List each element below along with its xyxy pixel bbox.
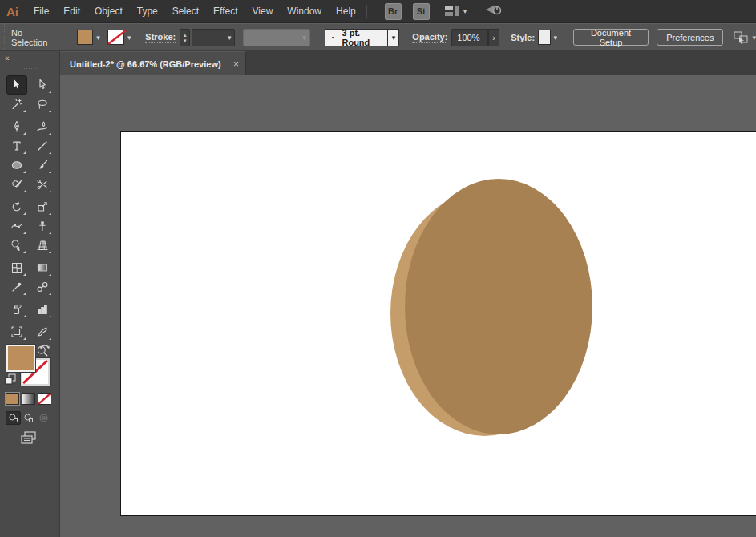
line-segment-icon (36, 139, 49, 152)
eyedropper-icon (10, 281, 23, 293)
stroke-weight-label[interactable]: Stroke: (145, 32, 176, 43)
app-logo-icon: Ai (0, 5, 26, 18)
draw-inside-button[interactable] (36, 411, 51, 425)
arrange-artboards-button[interactable]: ▾ (733, 30, 756, 45)
canvas-area[interactable] (60, 75, 756, 537)
rotate-tool[interactable] (6, 197, 27, 216)
selection-arrow-icon (10, 79, 23, 91)
puppet-warp-tool[interactable] (32, 216, 53, 236)
stepper-down-icon[interactable]: ▾ (184, 38, 187, 43)
stroke-weight-combobox[interactable]: ▾ (192, 29, 235, 46)
menu-type[interactable]: Type (130, 0, 165, 23)
eyedropper-tool[interactable] (6, 277, 27, 297)
shape-builder-tool[interactable] (6, 236, 27, 255)
control-bar-grip[interactable] (0, 24, 5, 50)
stock-button[interactable]: St (413, 3, 430, 20)
artboard[interactable] (120, 131, 756, 516)
rotate-icon (10, 200, 23, 213)
color-mode-button[interactable] (6, 393, 19, 405)
magic-wand-tool[interactable] (6, 95, 27, 114)
swap-fill-stroke-button[interactable] (38, 341, 51, 356)
menu-window[interactable]: Window (280, 0, 329, 23)
tools-panel-grip[interactable] (21, 67, 38, 71)
chevron-down-icon: ▾ (463, 7, 467, 15)
menu-select[interactable]: Select (165, 0, 206, 23)
menu-file[interactable]: File (26, 0, 56, 23)
scissors-tool[interactable] (32, 175, 53, 194)
lasso-icon (36, 98, 49, 111)
chevron-down-icon: ▾ (392, 34, 396, 42)
artboard-tool[interactable] (6, 322, 27, 341)
artboard-cursor-icon (733, 30, 749, 45)
mesh-tool[interactable] (6, 258, 27, 277)
shaper-icon (10, 178, 23, 191)
control-bar: No Selection ▾ ▾ Stroke: ▴ ▾ ▾ ▾ • 3 pt.… (0, 23, 756, 51)
curvature-icon (36, 120, 49, 133)
document-tab[interactable]: Untitled-2* @ 66.67% (RGB/Preview) × (60, 51, 246, 75)
gradient-tool[interactable] (32, 258, 53, 277)
gradient-icon (36, 261, 49, 274)
brush-preview-dot: • (332, 34, 334, 41)
none-mode-button[interactable] (38, 393, 51, 405)
chevron-down-icon: ▾ (127, 34, 131, 42)
ellipse-tool[interactable] (6, 155, 27, 175)
chevron-down-icon: ▾ (752, 34, 756, 42)
paintbrush-tool[interactable] (32, 155, 53, 175)
stepper-up-icon[interactable]: ▴ (184, 32, 187, 38)
fill-chevron-button[interactable]: ▾ (93, 30, 103, 45)
menu-help[interactable]: Help (329, 0, 363, 23)
scale-icon (36, 200, 49, 213)
lasso-tool[interactable] (32, 95, 53, 114)
pen-icon (10, 120, 23, 133)
change-screen-mode-button[interactable] (19, 430, 38, 449)
menu-object[interactable]: Object (87, 0, 130, 23)
document-setup-button[interactable]: Document Setup (573, 29, 649, 46)
opacity-arrow-button[interactable]: › (488, 29, 499, 46)
menu-effect[interactable]: Effect (206, 0, 245, 23)
default-fill-stroke-button[interactable] (5, 373, 16, 388)
brush-chevron-button[interactable]: ▾ (388, 29, 399, 46)
scale-tool[interactable] (32, 197, 53, 216)
draw-behind-button[interactable] (21, 411, 36, 425)
opacity-value: 100% (457, 33, 479, 42)
none-diagonal-icon (38, 393, 51, 405)
shaper-tool[interactable] (6, 175, 27, 194)
style-swatch[interactable] (538, 30, 551, 45)
direct-selection-tool[interactable] (32, 75, 53, 95)
menu-view[interactable]: View (245, 0, 281, 23)
collapse-panel-button[interactable]: « (5, 54, 9, 63)
fill-indicator[interactable] (6, 345, 35, 372)
line-segment-tool[interactable] (32, 136, 53, 155)
pen-tool[interactable] (6, 117, 27, 136)
brush-definition-combobox[interactable]: • 3 pt. Round (325, 29, 389, 46)
workspace-switcher[interactable]: ▾ (444, 6, 467, 17)
menu-edit[interactable]: Edit (56, 0, 87, 23)
opacity-input[interactable]: 100% (451, 29, 488, 46)
curvature-tool[interactable] (32, 117, 53, 136)
column-graph-tool[interactable] (32, 300, 53, 319)
tab-close-button[interactable]: × (233, 59, 239, 70)
bridge-button[interactable]: Br (385, 3, 402, 20)
preferences-button[interactable]: Preferences (657, 29, 723, 46)
mesh-icon (10, 261, 23, 274)
artboard-page-icon (10, 325, 23, 338)
stroke-weight-stepper[interactable]: ▴ ▾ (180, 29, 190, 46)
stroke-color-swatch[interactable] (107, 30, 124, 45)
opacity-label[interactable]: Opacity: (412, 32, 447, 43)
width-tool[interactable] (6, 216, 27, 236)
selection-tool[interactable] (6, 75, 27, 95)
style-chevron-button[interactable]: ▾ (551, 30, 560, 45)
spray-can-icon (10, 303, 23, 316)
ellipse-icon (10, 159, 23, 172)
symbol-sprayer-tool[interactable] (6, 300, 27, 319)
perspective-grid-tool[interactable] (32, 236, 53, 255)
type-tool[interactable] (6, 136, 27, 155)
draw-normal-button[interactable] (6, 411, 21, 425)
menu-bar: Ai File Edit Object Type Select Effect V… (0, 0, 756, 23)
blend-tool[interactable] (32, 277, 53, 297)
ellipse-shape-front[interactable] (405, 179, 592, 434)
share-screen-button[interactable] (484, 2, 503, 20)
fill-color-swatch[interactable] (77, 30, 94, 45)
slice-tool[interactable] (32, 322, 53, 341)
gradient-mode-button[interactable] (22, 393, 35, 405)
